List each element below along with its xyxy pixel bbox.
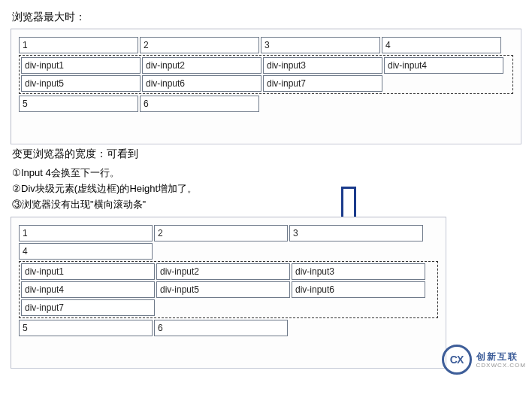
div-input-cell[interactable]: div-input6 [142, 75, 261, 92]
div-input-cell[interactable]: div-input1 [21, 263, 155, 280]
bullet-item: ①Input 4会换至下一行。 [12, 166, 524, 181]
caption-maximized: 浏览器最大时： [12, 11, 524, 24]
row-bottom-narrow: 5 6 [19, 320, 438, 336]
input-cell[interactable]: 3 [289, 225, 423, 241]
row-top-narrow: 1 2 3 4 [19, 225, 438, 260]
input-cell[interactable]: 4 [382, 37, 501, 53]
watermark-logo-icon: CX [442, 345, 472, 375]
input-cell[interactable]: 6 [140, 96, 259, 112]
div-input-cell[interactable]: div-input4 [21, 281, 155, 298]
div-input-cell[interactable]: div-input2 [142, 57, 261, 74]
watermark-brand: 创新互联 [476, 351, 518, 362]
bullets-resize: ①Input 4会换至下一行。 ②Div块级元素(虚线边框)的Height增加了… [12, 166, 524, 212]
input-cell[interactable]: 2 [140, 37, 259, 53]
div-input-cell[interactable]: div-input1 [21, 57, 141, 74]
div-input-cell[interactable]: div-input6 [292, 281, 425, 298]
div-group-wide: div-input1 div-input2 div-input3 div-inp… [19, 55, 513, 94]
div-input-cell[interactable]: div-input3 [292, 263, 425, 280]
div-input-cell[interactable]: div-input5 [156, 281, 290, 298]
input-cell[interactable]: 6 [154, 320, 288, 336]
div-input-cell[interactable]: div-input2 [156, 263, 290, 280]
div-input-cell[interactable]: div-input5 [21, 75, 141, 92]
input-cell[interactable]: 5 [19, 320, 153, 336]
panel-wide: 1 2 3 4 div-input1 div-input2 div-input3… [11, 29, 521, 144]
row-bottom-wide: 5 6 [19, 96, 513, 112]
caption-resize: 变更浏览器的宽度：可看到 [12, 147, 524, 161]
row-top-wide: 1 2 3 4 [19, 37, 513, 53]
bullet-item: ③浏览器没有出现"横向滚动条" [12, 197, 524, 213]
input-cell[interactable]: 1 [19, 37, 138, 53]
div-input-cell[interactable]: div-input4 [384, 57, 503, 74]
div-input-cell[interactable]: div-input3 [263, 57, 382, 74]
input-cell[interactable]: 3 [261, 37, 380, 53]
input-cell[interactable]: 5 [19, 96, 138, 112]
panel-narrow: 1 2 3 4 div-input1 div-input2 div-input3… [11, 217, 446, 369]
bullet-item: ②Div块级元素(虚线边框)的Height增加了。 [12, 181, 524, 197]
watermark: CX 创新互联 CDXWCX.COM [442, 345, 526, 375]
div-group-narrow: div-input1 div-input2 div-input3 div-inp… [19, 261, 438, 318]
input-cell[interactable]: 2 [154, 225, 288, 241]
input-cell[interactable]: 1 [19, 225, 153, 241]
watermark-sub: CDXWCX.COM [476, 362, 526, 369]
input-cell[interactable]: 4 [19, 243, 153, 260]
div-input-cell[interactable]: div-input7 [263, 75, 382, 92]
div-input-cell[interactable]: div-input7 [21, 299, 155, 316]
